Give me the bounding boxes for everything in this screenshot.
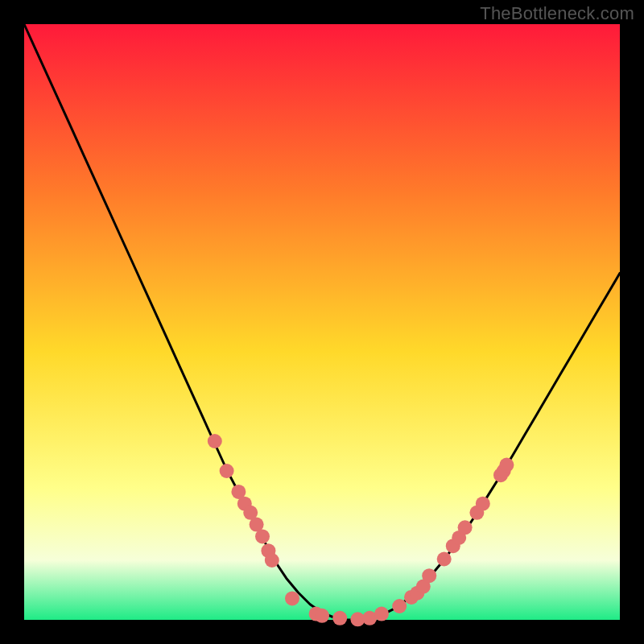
curve-marker <box>422 568 436 583</box>
curve-marker <box>208 434 222 448</box>
curve-marker <box>437 552 452 567</box>
curve-marker <box>476 497 490 511</box>
chart-background <box>24 24 620 620</box>
curve-marker <box>315 609 329 623</box>
curve-marker <box>332 611 347 625</box>
curve-marker <box>374 607 389 621</box>
bottleneck-chart <box>0 0 644 644</box>
curve-marker <box>392 599 407 613</box>
curve-marker <box>255 529 270 543</box>
curve-marker <box>499 458 514 473</box>
watermark-text: TheBottleneck.com <box>480 3 634 24</box>
curve-marker <box>220 464 234 478</box>
chart-container: TheBottleneck.com <box>0 0 644 644</box>
curve-marker <box>285 591 299 605</box>
curve-marker <box>458 520 473 535</box>
curve-marker <box>265 553 279 568</box>
